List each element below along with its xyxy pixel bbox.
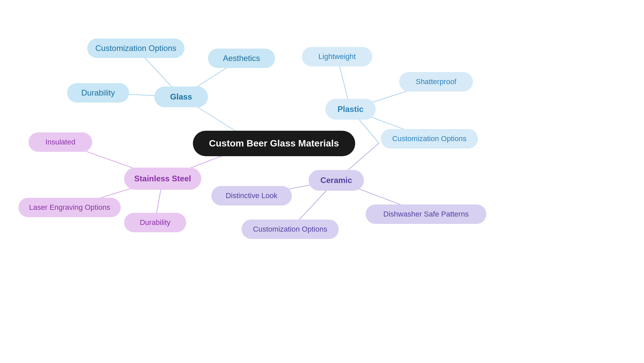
glass-aesthetics-node: Aesthetics [208,49,275,68]
plastic-node: Plastic [325,99,376,120]
glass-customization-node: Customization Options [87,39,184,58]
glass-durability-node: Durability [67,83,129,103]
plastic-shatterproof-node: Shatterproof [399,72,473,92]
glass-node: Glass [154,86,208,107]
plastic-customization-node: Customization Options [381,129,478,148]
ceramic-customization-node: Customization Options [241,220,339,239]
stainless-node: Stainless Steel [124,168,201,190]
ceramic-dishwasher-node: Dishwasher Safe Patterns [366,204,486,224]
center-node: Custom Beer Glass Materials [193,131,355,156]
stainless-laser-node: Laser Engraving Options [18,198,121,217]
plastic-lightweight-node: Lightweight [302,47,372,66]
stainless-insulated-node: Insulated [29,132,92,152]
ceramic-node: Ceramic [309,170,364,191]
ceramic-distinctive-node: Distinctive Look [211,186,292,205]
stainless-durability-node: Durability [124,213,186,232]
